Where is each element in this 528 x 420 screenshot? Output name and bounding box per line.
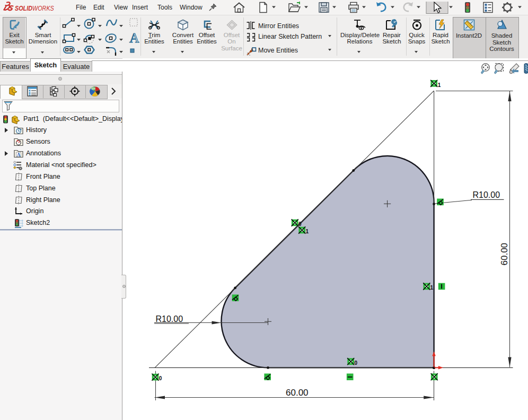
svg-text:R10.00: R10.00 [473, 190, 500, 199]
svg-text:A: A [129, 30, 139, 46]
svg-text:0: 0 [355, 360, 358, 366]
svg-text:60.00: 60.00 [499, 243, 509, 266]
svg-text:0: 0 [159, 375, 162, 381]
svg-text:60.00: 60.00 [286, 388, 309, 398]
svg-text:1: 1 [306, 229, 309, 234]
svg-text:1: 1 [430, 285, 434, 291]
svg-text:R10.00: R10.00 [156, 314, 183, 323]
svg-text:0: 0 [298, 221, 302, 227]
svg-text:1: 1 [438, 82, 441, 88]
svg-text:A: A [17, 152, 21, 158]
